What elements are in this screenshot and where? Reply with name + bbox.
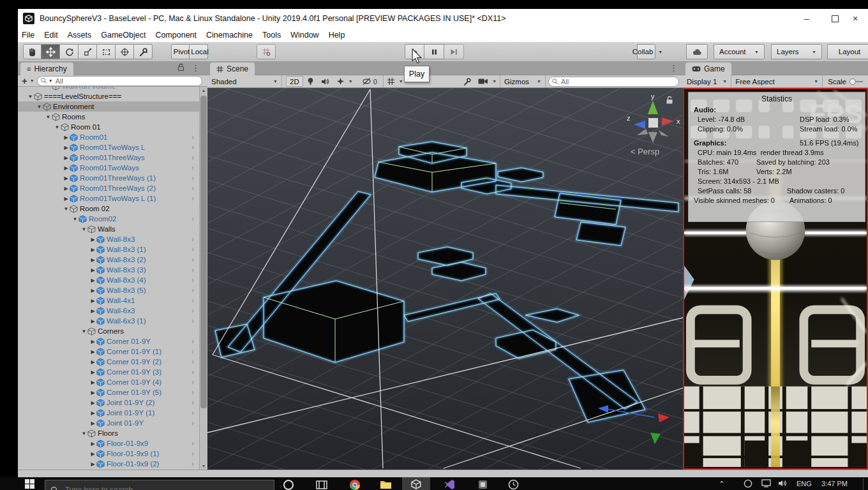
prefab-open-arrow-icon[interactable]: › xyxy=(191,265,194,274)
expander-icon[interactable]: ▶ xyxy=(63,155,70,161)
expander-icon[interactable]: ▶ xyxy=(89,451,96,457)
chrome-icon[interactable] xyxy=(347,479,363,490)
prefab-open-arrow-icon[interactable]: › xyxy=(191,184,194,193)
prefab-open-arrow-icon[interactable]: › xyxy=(191,245,194,254)
menu-gameobject[interactable]: GameObject xyxy=(101,31,146,40)
expander-icon[interactable]: ▼ xyxy=(80,431,87,436)
hierarchy-item[interactable]: ▶Room01ThreeWays› xyxy=(18,152,199,163)
scene-tools-button[interactable] xyxy=(460,75,475,87)
lighting-toggle[interactable] xyxy=(303,75,318,87)
scene-camera-dropdown[interactable]: ▼ xyxy=(475,75,500,87)
scrollbar-thumb[interactable] xyxy=(200,96,207,408)
hierarchy-item[interactable]: ▶Room01› xyxy=(18,132,199,142)
expander-icon[interactable]: ▶ xyxy=(89,359,96,365)
prefab-open-arrow-icon[interactable]: › xyxy=(191,286,194,295)
hierarchy-item[interactable]: ▼Room 02 xyxy=(18,204,199,214)
prefab-open-arrow-icon[interactable]: › xyxy=(191,337,194,346)
expander-icon[interactable]: ▶ xyxy=(89,278,96,283)
hierarchy-item[interactable]: ▶Corner 01-9Y (4)› xyxy=(18,377,199,387)
prefab-open-arrow-icon[interactable]: › xyxy=(191,306,194,315)
hierarchy-item[interactable]: ▶Room01TwoWays L (1)› xyxy=(18,193,199,204)
hierarchy-item[interactable]: ▶Wall-8x3› xyxy=(18,234,199,244)
expander-icon[interactable]: ▶ xyxy=(89,288,96,293)
language-indicator[interactable]: ENG xyxy=(797,480,812,487)
orientation-gizmo[interactable]: y x z xyxy=(625,93,683,151)
tab-hierarchy[interactable]: ≡ Hierarchy xyxy=(20,63,73,75)
prefab-open-arrow-icon[interactable]: › xyxy=(191,133,194,142)
menu-window[interactable]: Window xyxy=(290,31,318,40)
prefab-open-arrow-icon[interactable]: › xyxy=(191,439,194,448)
task-view-icon[interactable] xyxy=(314,479,329,490)
prefab-open-arrow-icon[interactable]: › xyxy=(191,194,194,203)
hierarchy-item[interactable]: ▼Corners xyxy=(18,326,199,336)
lock-icon[interactable] xyxy=(177,63,184,73)
hierarchy-item[interactable]: ▶Wall-8x3 (1)› xyxy=(18,244,199,255)
prefab-open-arrow-icon[interactable]: › xyxy=(191,378,194,387)
scene-viewport[interactable]: y x z < Persp xyxy=(207,88,683,470)
panel-menu-icon[interactable]: ⋮ xyxy=(670,63,678,73)
persp-label[interactable]: < Persp xyxy=(631,147,659,156)
visual-studio-icon[interactable] xyxy=(442,479,457,490)
hierarchy-item[interactable]: ▶Corner 01-9Y (1)› xyxy=(18,346,199,357)
expander-icon[interactable]: ▶ xyxy=(89,237,96,242)
taskbar-search-input[interactable] xyxy=(64,485,245,490)
expander-icon[interactable]: ▶ xyxy=(89,267,96,273)
expander-icon[interactable]: ▶ xyxy=(89,339,96,345)
add-object-button[interactable]: + xyxy=(22,75,27,86)
expander-icon[interactable]: ▶ xyxy=(89,380,96,385)
hierarchy-item[interactable]: ▶Wall-6x3 (1)› xyxy=(18,316,199,326)
search-filter-caret-icon[interactable]: ▼ xyxy=(49,78,53,83)
hierarchy-item[interactable]: ▶Corner 01-9Y› xyxy=(18,336,199,346)
expander-icon[interactable]: ▶ xyxy=(89,461,96,467)
audio-toggle[interactable] xyxy=(318,75,333,87)
clock[interactable]: 3:47 PM xyxy=(821,480,848,487)
prefab-open-arrow-icon[interactable]: › xyxy=(191,316,194,325)
hierarchy-item[interactable]: ▶Corner 01-9Y (2)› xyxy=(18,357,199,367)
close-button[interactable]: × xyxy=(849,9,868,28)
expander-icon[interactable]: ▼ xyxy=(27,94,34,100)
prefab-open-arrow-icon[interactable]: › xyxy=(191,174,194,182)
prefab-open-arrow-icon[interactable]: › xyxy=(191,398,194,407)
collab-dropdown[interactable]: Collab▼ xyxy=(637,44,655,59)
restore-button[interactable] xyxy=(821,9,849,28)
transform-tool-button[interactable] xyxy=(116,44,134,59)
hierarchy-item[interactable]: ▼Room 01 xyxy=(18,122,199,132)
prefab-open-arrow-icon[interactable]: › xyxy=(191,255,194,264)
expander-icon[interactable]: ▶ xyxy=(63,165,70,171)
unity-taskbar-icon[interactable] xyxy=(408,479,424,490)
shading-mode-dropdown[interactable]: Shaded▼ xyxy=(207,75,282,87)
rotate-tool-button[interactable] xyxy=(60,44,79,59)
hierarchy-item[interactable]: ▶Room01TwoWays› xyxy=(18,163,199,173)
expander-icon[interactable]: ▼ xyxy=(63,206,70,212)
tray-chevron-icon[interactable]: ⌃ xyxy=(719,480,724,488)
expander-icon[interactable]: ▶ xyxy=(89,400,96,406)
hierarchy-item[interactable]: ▶Joint 01-9Y (2)› xyxy=(18,397,199,408)
local-toggle[interactable]: Local xyxy=(190,44,208,59)
2d-toggle[interactable]: 2D xyxy=(286,76,303,87)
hierarchy-item[interactable]: ▶Wall-4x1› xyxy=(18,295,199,306)
menu-cinemachine[interactable]: Cinemachine xyxy=(206,31,253,40)
menu-help[interactable]: Help xyxy=(329,31,345,40)
scene-search-input[interactable] xyxy=(560,77,676,86)
hierarchy-scrollbar[interactable]: ▲ ▼ xyxy=(199,87,207,470)
scene-visibility-toggle[interactable]: 0 xyxy=(359,75,380,87)
pause-button[interactable] xyxy=(424,44,444,59)
custom-tool-button[interactable] xyxy=(134,44,153,59)
expander-icon[interactable]: ▶ xyxy=(89,390,96,396)
axis-y-cone[interactable] xyxy=(648,101,658,114)
layout-dropdown[interactable]: Layout xyxy=(827,44,868,59)
app-icon-misc[interactable] xyxy=(475,479,490,490)
hierarchy-item[interactable]: ▶Joint 01-9Y (1)› xyxy=(18,408,199,418)
hierarchy-item[interactable]: ▼Room02› xyxy=(18,214,199,224)
expander-icon[interactable]: ▶ xyxy=(63,196,70,202)
prefab-open-arrow-icon[interactable]: › xyxy=(191,408,194,417)
axis-z-cone[interactable] xyxy=(634,121,645,129)
hierarchy-item[interactable]: ▶Corner 01-9Y (3)› xyxy=(18,367,199,377)
hierarchy-item[interactable]: WallRun Volume xyxy=(18,87,199,91)
hierarchy-item[interactable]: ▶Wall-6x3› xyxy=(18,306,199,316)
gizmos-dropdown[interactable]: Gizmos▼ xyxy=(500,75,546,87)
prefab-open-arrow-icon[interactable]: › xyxy=(191,276,194,285)
hierarchy-item[interactable]: ▼Environment xyxy=(18,101,199,112)
account-dropdown[interactable]: Account▼ xyxy=(714,44,765,59)
move-tool-button[interactable] xyxy=(41,44,60,59)
